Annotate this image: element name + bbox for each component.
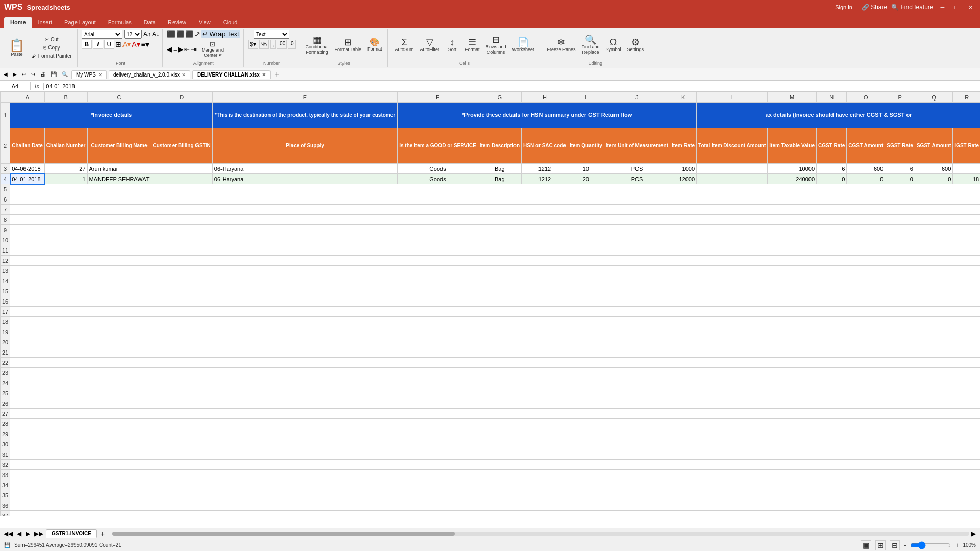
empty-row-30[interactable] bbox=[10, 439, 980, 449]
scroll-right-icon[interactable]: ▶ bbox=[969, 530, 978, 537]
row-num-5[interactable]: 5 bbox=[1, 184, 10, 194]
formula-input[interactable] bbox=[44, 82, 980, 90]
row-num-37[interactable]: 37 bbox=[1, 511, 10, 517]
find-replace-button[interactable]: 🔍 Find andReplace bbox=[579, 34, 602, 56]
symbol-button[interactable]: Ω Symbol bbox=[603, 36, 623, 54]
cell-r4-o[interactable]: 0 bbox=[847, 174, 885, 184]
tab-page-layout[interactable]: Page Layout bbox=[58, 17, 102, 28]
col-header-e[interactable]: E bbox=[212, 92, 397, 103]
worksheet-button[interactable]: 📄 Worksheet bbox=[510, 36, 537, 54]
col-header-c[interactable]: C bbox=[87, 92, 151, 103]
empty-row-25[interactable] bbox=[10, 388, 980, 398]
cell-r3-q[interactable]: 600 bbox=[915, 164, 952, 174]
cell-r4-h[interactable]: 1212 bbox=[522, 174, 568, 184]
row-num-29[interactable]: 29 bbox=[1, 429, 10, 439]
sheet-tab-gstr1[interactable]: GSTR1-INVOICE bbox=[46, 529, 97, 538]
currency-icon[interactable]: $▾ bbox=[248, 40, 259, 49]
col-header-m[interactable]: M bbox=[768, 92, 817, 103]
empty-row-15[interactable] bbox=[10, 286, 980, 296]
empty-row-12[interactable] bbox=[10, 256, 980, 266]
bold-button[interactable]: B bbox=[82, 40, 92, 49]
empty-row-23[interactable] bbox=[10, 368, 980, 378]
col-header-n[interactable]: N bbox=[817, 92, 847, 103]
cell-r4-a[interactable]: 04-01-2018 bbox=[10, 174, 45, 184]
paste-button[interactable]: 📋 Paste bbox=[5, 35, 29, 61]
row-num-17[interactable]: 17 bbox=[1, 307, 10, 317]
comma-icon[interactable]: , bbox=[270, 40, 276, 49]
row-num-19[interactable]: 19 bbox=[1, 327, 10, 337]
cell-row2-challan-num[interactable]: Challan Number bbox=[44, 128, 87, 164]
cell-r4-e[interactable]: 06-Haryana bbox=[212, 174, 397, 184]
delivery-challan-v2-tab[interactable]: delivery_challan_v_2.0.0.xlsx ✕ bbox=[109, 70, 190, 79]
cell-row1-tax[interactable]: ax details (Invoice should have either C… bbox=[697, 103, 980, 128]
align-top-icon[interactable]: ⬛ bbox=[167, 30, 175, 38]
undo-icon[interactable]: ↩ bbox=[20, 71, 28, 78]
delivery-challan-close[interactable]: ✕ bbox=[262, 72, 266, 78]
col-header-o[interactable]: O bbox=[847, 92, 885, 103]
row-num-8[interactable]: 8 bbox=[1, 215, 10, 225]
find-feature-icon[interactable]: 🔍 Find feature bbox=[891, 4, 933, 11]
cell-r3-e[interactable]: 06-Haryana bbox=[212, 164, 397, 174]
cell-r4-c[interactable]: MANDEEP SEHRAWAT bbox=[87, 174, 151, 184]
cell-r4-g[interactable]: Bag bbox=[478, 174, 521, 184]
col-header-b[interactable]: B bbox=[44, 92, 87, 103]
format-button[interactable]: ☰ Format bbox=[462, 36, 482, 54]
decrease-font-icon[interactable]: A↓ bbox=[152, 31, 159, 38]
rows-columns-button[interactable]: ⊟ Rows andColumns bbox=[483, 34, 509, 56]
row-num-36[interactable]: 36 bbox=[1, 500, 10, 511]
empty-row-7[interactable] bbox=[10, 205, 980, 215]
cell-r3-d[interactable] bbox=[151, 164, 212, 174]
row-num-14[interactable]: 14 bbox=[1, 276, 10, 286]
row-num-13[interactable]: 13 bbox=[1, 266, 10, 276]
col-header-a[interactable]: A bbox=[10, 92, 45, 103]
my-wps-close[interactable]: ✕ bbox=[98, 72, 102, 78]
underline-button[interactable]: U bbox=[104, 40, 114, 49]
row-num-6[interactable]: 6 bbox=[1, 194, 10, 205]
cell-row1-hsn[interactable]: *Provide these details for HSN summary u… bbox=[398, 103, 697, 128]
cell-row1-invoice[interactable]: *Invoice details bbox=[10, 103, 213, 128]
cell-row2-igst-rate[interactable]: IGST Rate bbox=[953, 128, 980, 164]
row-num-11[interactable]: 11 bbox=[1, 245, 10, 256]
row-num-12[interactable]: 12 bbox=[1, 256, 10, 266]
italic-button[interactable]: I bbox=[93, 40, 103, 49]
empty-row-20[interactable] bbox=[10, 337, 980, 347]
cell-row2-cgst-rate[interactable]: CGST Rate bbox=[817, 128, 847, 164]
cell-r4-d[interactable] bbox=[151, 174, 212, 184]
row-num-26[interactable]: 26 bbox=[1, 398, 10, 409]
empty-row-22[interactable] bbox=[10, 358, 980, 368]
empty-row-6[interactable] bbox=[10, 194, 980, 205]
empty-row-29[interactable] bbox=[10, 429, 980, 439]
sign-in-button[interactable]: Sign in bbox=[830, 3, 857, 12]
autofilter-button[interactable]: ▽ AutoFilter bbox=[418, 36, 443, 54]
tab-cloud[interactable]: Cloud bbox=[217, 17, 244, 28]
row-num-34[interactable]: 34 bbox=[1, 480, 10, 490]
empty-row-13[interactable] bbox=[10, 266, 980, 276]
save-icon[interactable]: 💾 bbox=[49, 71, 58, 78]
cell-row2-item-taxable[interactable]: Item Taxable Value bbox=[768, 128, 817, 164]
delivery-challan-v2-close[interactable]: ✕ bbox=[182, 72, 186, 78]
font-name-select[interactable]: Arial bbox=[82, 30, 122, 39]
tab-insert[interactable]: Insert bbox=[32, 17, 59, 28]
row-num-27[interactable]: 27 bbox=[1, 409, 10, 419]
row-num-16[interactable]: 16 bbox=[1, 296, 10, 307]
col-header-d[interactable]: D bbox=[151, 92, 212, 103]
orientation-icon[interactable]: ↗ bbox=[194, 30, 200, 38]
empty-row-37[interactable] bbox=[10, 511, 980, 517]
hscrollbar-thumb[interactable] bbox=[112, 532, 455, 536]
cell-row2-cust-gstin[interactable]: Customer Billing GSTIN bbox=[151, 128, 212, 164]
row-num-2[interactable]: 2 bbox=[1, 128, 10, 164]
max-button[interactable]: □ bbox=[951, 3, 961, 11]
col-header-k[interactable]: K bbox=[670, 92, 697, 103]
format-painter-button[interactable]: 🖌 Format Painter bbox=[30, 52, 74, 60]
copy-button[interactable]: ⎘ Copy bbox=[30, 44, 74, 52]
merge-center-button[interactable]: ⊡ Merge andCenter ▾ bbox=[198, 39, 228, 59]
empty-row-27[interactable] bbox=[10, 409, 980, 419]
cell-r4-b[interactable]: 1 bbox=[44, 174, 87, 184]
cell-r3-b[interactable]: 27 bbox=[44, 164, 87, 174]
cell-r3-k[interactable]: 1000 bbox=[670, 164, 697, 174]
my-wps-tab[interactable]: My WPS ✕ bbox=[71, 70, 107, 79]
empty-row-19[interactable] bbox=[10, 327, 980, 337]
undo-fwd-icon[interactable]: ▶ bbox=[11, 71, 18, 78]
align-right-icon[interactable]: ▶ bbox=[178, 45, 183, 53]
empty-row-33[interactable] bbox=[10, 470, 980, 480]
